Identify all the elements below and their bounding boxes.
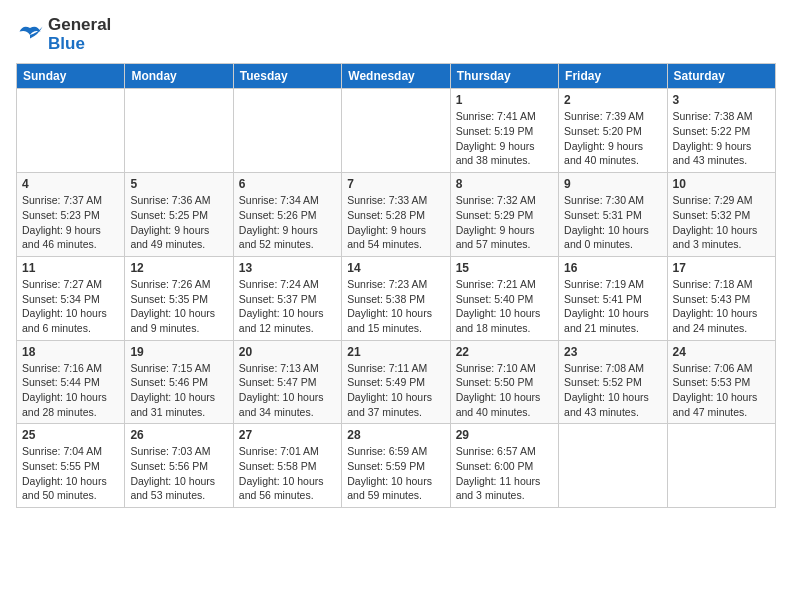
day-info: Daylight: 10 hours: [22, 474, 119, 489]
day-info: Sunset: 6:00 PM: [456, 459, 553, 474]
day-info: Sunset: 5:31 PM: [564, 208, 661, 223]
day-info: and 37 minutes.: [347, 405, 444, 420]
day-info: Sunrise: 7:21 AM: [456, 277, 553, 292]
calendar-cell: 8Sunrise: 7:32 AMSunset: 5:29 PMDaylight…: [450, 173, 558, 257]
calendar-cell: 6Sunrise: 7:34 AMSunset: 5:26 PMDaylight…: [233, 173, 341, 257]
day-number: 7: [347, 177, 444, 191]
day-info: Daylight: 10 hours: [673, 306, 770, 321]
day-number: 29: [456, 428, 553, 442]
calendar-cell: 26Sunrise: 7:03 AMSunset: 5:56 PMDayligh…: [125, 424, 233, 508]
day-info: and 21 minutes.: [564, 321, 661, 336]
day-info: Sunset: 5:43 PM: [673, 292, 770, 307]
day-number: 12: [130, 261, 227, 275]
day-number: 27: [239, 428, 336, 442]
day-info: Daylight: 10 hours: [239, 474, 336, 489]
day-number: 24: [673, 345, 770, 359]
calendar-cell: 23Sunrise: 7:08 AMSunset: 5:52 PMDayligh…: [559, 340, 667, 424]
day-info: Daylight: 10 hours: [456, 306, 553, 321]
day-info: Sunrise: 7:38 AM: [673, 109, 770, 124]
day-info: Sunrise: 7:10 AM: [456, 361, 553, 376]
day-info: Daylight: 10 hours: [564, 306, 661, 321]
day-info: Sunrise: 7:01 AM: [239, 444, 336, 459]
day-info: Sunset: 5:19 PM: [456, 124, 553, 139]
day-number: 10: [673, 177, 770, 191]
day-info: Sunrise: 7:15 AM: [130, 361, 227, 376]
calendar-cell: 25Sunrise: 7:04 AMSunset: 5:55 PMDayligh…: [17, 424, 125, 508]
day-info: Sunrise: 7:13 AM: [239, 361, 336, 376]
day-info: Sunrise: 7:08 AM: [564, 361, 661, 376]
day-header: Thursday: [450, 64, 558, 89]
day-number: 18: [22, 345, 119, 359]
day-number: 20: [239, 345, 336, 359]
day-header: Friday: [559, 64, 667, 89]
day-info: Sunset: 5:34 PM: [22, 292, 119, 307]
day-number: 11: [22, 261, 119, 275]
calendar-cell: [125, 89, 233, 173]
day-info: Sunset: 5:38 PM: [347, 292, 444, 307]
day-number: 1: [456, 93, 553, 107]
day-info: Sunset: 5:41 PM: [564, 292, 661, 307]
day-info: and 15 minutes.: [347, 321, 444, 336]
calendar-cell: 12Sunrise: 7:26 AMSunset: 5:35 PMDayligh…: [125, 256, 233, 340]
day-info: and 6 minutes.: [22, 321, 119, 336]
logo-icon: [16, 21, 44, 49]
day-info: Daylight: 10 hours: [239, 306, 336, 321]
day-info: Sunset: 5:25 PM: [130, 208, 227, 223]
day-info: and 31 minutes.: [130, 405, 227, 420]
calendar-cell: 5Sunrise: 7:36 AMSunset: 5:25 PMDaylight…: [125, 173, 233, 257]
day-number: 16: [564, 261, 661, 275]
day-number: 23: [564, 345, 661, 359]
day-info: Sunrise: 7:37 AM: [22, 193, 119, 208]
day-info: Sunset: 5:58 PM: [239, 459, 336, 474]
day-info: and 28 minutes.: [22, 405, 119, 420]
day-info: Daylight: 9 hours: [239, 223, 336, 238]
day-info: Sunrise: 6:57 AM: [456, 444, 553, 459]
day-info: Sunrise: 7:29 AM: [673, 193, 770, 208]
day-info: and 43 minutes.: [564, 405, 661, 420]
day-info: Sunrise: 7:06 AM: [673, 361, 770, 376]
day-info: Sunrise: 7:16 AM: [22, 361, 119, 376]
day-info: Sunrise: 7:11 AM: [347, 361, 444, 376]
page-header: General Blue: [16, 16, 776, 53]
day-info: Sunset: 5:22 PM: [673, 124, 770, 139]
calendar-table: SundayMondayTuesdayWednesdayThursdayFrid…: [16, 63, 776, 508]
day-info: Sunset: 5:20 PM: [564, 124, 661, 139]
day-info: and 53 minutes.: [130, 488, 227, 503]
day-info: and 3 minutes.: [456, 488, 553, 503]
day-info: Daylight: 10 hours: [347, 474, 444, 489]
day-info: and 57 minutes.: [456, 237, 553, 252]
day-info: Daylight: 10 hours: [564, 223, 661, 238]
calendar-cell: 19Sunrise: 7:15 AMSunset: 5:46 PMDayligh…: [125, 340, 233, 424]
day-number: 21: [347, 345, 444, 359]
calendar-cell: [233, 89, 341, 173]
day-info: Daylight: 9 hours: [456, 139, 553, 154]
day-info: Daylight: 9 hours: [564, 139, 661, 154]
day-info: Daylight: 9 hours: [456, 223, 553, 238]
day-info: and 54 minutes.: [347, 237, 444, 252]
day-number: 26: [130, 428, 227, 442]
day-info: Sunrise: 7:27 AM: [22, 277, 119, 292]
calendar-cell: 4Sunrise: 7:37 AMSunset: 5:23 PMDaylight…: [17, 173, 125, 257]
day-info: Sunrise: 7:36 AM: [130, 193, 227, 208]
calendar-cell: 7Sunrise: 7:33 AMSunset: 5:28 PMDaylight…: [342, 173, 450, 257]
day-info: Sunset: 5:44 PM: [22, 375, 119, 390]
day-info: Sunset: 5:53 PM: [673, 375, 770, 390]
calendar-header: SundayMondayTuesdayWednesdayThursdayFrid…: [17, 64, 776, 89]
day-info: Sunset: 5:28 PM: [347, 208, 444, 223]
day-header: Saturday: [667, 64, 775, 89]
day-info: Daylight: 10 hours: [130, 474, 227, 489]
day-number: 22: [456, 345, 553, 359]
calendar-cell: 16Sunrise: 7:19 AMSunset: 5:41 PMDayligh…: [559, 256, 667, 340]
day-info: Sunrise: 7:26 AM: [130, 277, 227, 292]
calendar-cell: 15Sunrise: 7:21 AMSunset: 5:40 PMDayligh…: [450, 256, 558, 340]
calendar-cell: 11Sunrise: 7:27 AMSunset: 5:34 PMDayligh…: [17, 256, 125, 340]
day-info: Sunrise: 7:19 AM: [564, 277, 661, 292]
day-info: Sunrise: 7:33 AM: [347, 193, 444, 208]
day-info: Sunset: 5:56 PM: [130, 459, 227, 474]
calendar-cell: 14Sunrise: 7:23 AMSunset: 5:38 PMDayligh…: [342, 256, 450, 340]
calendar-cell: 10Sunrise: 7:29 AMSunset: 5:32 PMDayligh…: [667, 173, 775, 257]
day-info: Sunset: 5:35 PM: [130, 292, 227, 307]
day-number: 8: [456, 177, 553, 191]
day-info: Daylight: 9 hours: [22, 223, 119, 238]
day-info: Sunset: 5:46 PM: [130, 375, 227, 390]
